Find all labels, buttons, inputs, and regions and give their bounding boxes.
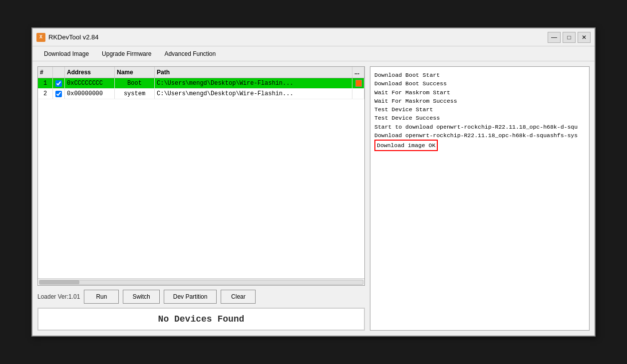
close-button[interactable]: ✕ bbox=[578, 32, 591, 43]
log-line-7: Start to download openwrt-rockchip-R22.1… bbox=[374, 123, 585, 131]
log-panel: Download Boot Start Download Boot Succes… bbox=[370, 66, 590, 331]
horizontal-scrollbar[interactable] bbox=[38, 278, 364, 285]
loader-version: Loader Ver:1.01 bbox=[37, 293, 80, 300]
status-bar: No Devices Found bbox=[37, 308, 365, 331]
minimize-button[interactable]: — bbox=[548, 32, 561, 43]
menu-upgrade-firmware[interactable]: Upgrade Firmware bbox=[96, 48, 157, 59]
col-address: Address bbox=[65, 67, 115, 78]
cell-indicator-2 bbox=[352, 89, 364, 99]
col-more: ... bbox=[352, 67, 364, 78]
title-left: X RKDevTool v2.84 bbox=[36, 33, 98, 42]
table-row: 1 0xCCCCCCCC Boot C:\Users\mengd\Desktop… bbox=[38, 78, 364, 89]
partition-table: # Address Name Path ... 1 0xCCCCCCCC bbox=[37, 66, 365, 286]
log-line-6: Test Device Success bbox=[374, 114, 585, 122]
log-content: Download Boot Start Download Boot Succes… bbox=[370, 67, 589, 330]
title-bar: X RKDevTool v2.84 — □ ✕ bbox=[32, 28, 595, 46]
checkbox-row-1[interactable] bbox=[55, 80, 62, 87]
log-line-3: Wait For Maskrom Start bbox=[374, 88, 585, 97]
highlighted-log-text: Download image OK bbox=[374, 140, 438, 151]
cell-num-1: 1 bbox=[38, 78, 53, 88]
cell-indicator-1[interactable] bbox=[352, 78, 364, 88]
path-icon-1 bbox=[355, 80, 362, 87]
window-title: RKDevTool v2.84 bbox=[48, 33, 98, 41]
cell-check-1[interactable] bbox=[53, 78, 65, 88]
cell-path-2: C:\Users\mengd\Desktop\Wire-Flashin... bbox=[155, 89, 352, 99]
switch-button[interactable]: Switch bbox=[123, 290, 159, 304]
checkbox-row-2[interactable] bbox=[55, 91, 62, 97]
title-controls: — □ ✕ bbox=[548, 32, 591, 43]
cell-check-2[interactable] bbox=[53, 89, 65, 99]
cell-name-1: Boot bbox=[115, 78, 155, 88]
main-content: # Address Name Path ... 1 0xCCCCCCCC bbox=[32, 61, 595, 336]
log-line-4: Wait For Maskrom Success bbox=[374, 97, 585, 105]
log-line-2: Download Boot Success bbox=[374, 79, 585, 88]
status-text: No Devices Found bbox=[158, 314, 245, 324]
scrollbar-track[interactable] bbox=[39, 280, 363, 285]
col-name: Name bbox=[115, 67, 155, 78]
cell-name-2: system bbox=[115, 89, 155, 99]
table-body: 1 0xCCCCCCCC Boot C:\Users\mengd\Desktop… bbox=[38, 78, 364, 278]
log-line-1: Download Boot Start bbox=[374, 71, 585, 79]
dev-partition-button[interactable]: Dev Partition bbox=[164, 290, 217, 304]
log-line-8: Download openwrt-rockchip-R22.11.18_opc-… bbox=[374, 131, 585, 140]
log-line-9: Download image OK bbox=[374, 140, 585, 151]
main-window: X RKDevTool v2.84 — □ ✕ Download Image U… bbox=[31, 27, 596, 337]
log-line-5: Test Device Start bbox=[374, 105, 585, 114]
app-icon: X bbox=[36, 33, 45, 42]
menu-advanced-function[interactable]: Advanced Function bbox=[159, 48, 221, 59]
menu-bar: Download Image Upgrade Firmware Advanced… bbox=[32, 46, 595, 61]
bottom-controls: Loader Ver:1.01 Run Switch Dev Partition… bbox=[37, 290, 365, 304]
left-panel: # Address Name Path ... 1 0xCCCCCCCC bbox=[37, 66, 365, 331]
cell-address-2: 0x00000000 bbox=[65, 89, 115, 99]
clear-button[interactable]: Clear bbox=[221, 290, 256, 304]
col-check bbox=[53, 67, 65, 78]
cell-address-1: 0xCCCCCCCC bbox=[65, 78, 115, 88]
cell-path-1: C:\Users\mengd\Desktop\Wire-Flashin... bbox=[155, 78, 352, 88]
run-button[interactable]: Run bbox=[84, 290, 119, 304]
maximize-button[interactable]: □ bbox=[563, 32, 576, 43]
table-row: 2 0x00000000 system C:\Users\mengd\Deskt… bbox=[38, 89, 364, 99]
table-header: # Address Name Path ... bbox=[38, 67, 364, 78]
col-num: # bbox=[38, 67, 53, 78]
scrollbar-thumb[interactable] bbox=[39, 280, 79, 284]
col-path: Path bbox=[155, 67, 352, 78]
cell-num-2: 2 bbox=[38, 89, 53, 99]
menu-download-image[interactable]: Download Image bbox=[38, 48, 94, 59]
